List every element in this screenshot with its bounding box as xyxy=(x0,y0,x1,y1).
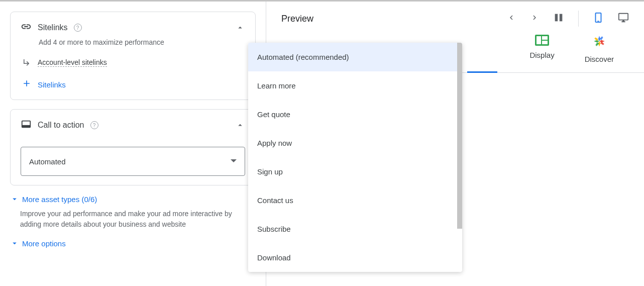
dropdown-option-contact-us[interactable]: Contact us xyxy=(248,186,462,215)
add-sitelinks-button[interactable]: Sitelinks xyxy=(22,78,245,90)
cta-title: Call to action xyxy=(38,121,84,130)
collapse-toggle-sitelinks[interactable] xyxy=(235,23,245,33)
left-settings-pane: Sitelinks ? Add 4 or more to maximize pe… xyxy=(0,2,266,286)
add-sitelinks-label: Sitelinks xyxy=(38,80,66,89)
dropdown-option-subscribe[interactable]: Subscribe xyxy=(248,215,462,243)
dropdown-option-apply-now[interactable]: Apply now xyxy=(248,129,462,157)
next-arrow-button[interactable] xyxy=(530,13,539,24)
dropdown-scrollbar[interactable] xyxy=(457,43,462,229)
previous-arrow-button[interactable] xyxy=(507,13,516,24)
divider xyxy=(578,11,579,27)
dropdown-option-learn-more[interactable]: Learn more xyxy=(248,71,462,100)
sitelinks-subtitle: Add 4 or more to maximize performance xyxy=(39,38,245,46)
subdirectory-icon xyxy=(22,57,32,67)
svg-rect-1 xyxy=(22,125,31,128)
sitelinks-card: Sitelinks ? Add 4 or more to maximize pe… xyxy=(10,12,256,100)
desktop-device-button[interactable] xyxy=(618,11,629,27)
cta-select-value: Automated xyxy=(29,157,66,166)
display-tab-label: Display xyxy=(529,51,554,59)
discover-tab-icon xyxy=(593,35,606,50)
help-icon[interactable]: ? xyxy=(74,24,82,32)
more-asset-types-description: Improve your ad performance and make you… xyxy=(20,209,251,230)
svg-rect-8 xyxy=(542,41,548,44)
call-to-action-icon xyxy=(21,119,32,132)
more-asset-types-label: More asset types (0/6) xyxy=(22,195,97,204)
call-to-action-card: Call to action ? Automated xyxy=(10,109,256,185)
preview-title: Preview xyxy=(281,14,313,24)
discover-tab-label: Discover xyxy=(585,55,614,63)
svg-rect-2 xyxy=(555,14,558,22)
display-tab-icon xyxy=(535,35,549,46)
sitelinks-title: Sitelinks xyxy=(38,23,68,32)
tab-discover[interactable]: Discover xyxy=(570,32,629,72)
cta-dropdown-menu: Automated (recommended) Learn more Get q… xyxy=(248,43,462,272)
mobile-device-button[interactable] xyxy=(593,11,604,27)
plus-icon xyxy=(22,78,32,90)
active-tab-indicator xyxy=(467,71,497,73)
dropdown-option-automated[interactable]: Automated (recommended) xyxy=(248,43,462,71)
dropdown-option-download[interactable]: Download xyxy=(248,243,462,272)
more-asset-types-toggle[interactable]: More asset types (0/6) xyxy=(10,195,256,204)
dropdown-option-get-quote[interactable]: Get quote xyxy=(248,100,462,129)
collapse-toggle-cta[interactable] xyxy=(235,120,245,130)
tab-display[interactable]: Display xyxy=(514,32,569,72)
svg-rect-7 xyxy=(542,36,548,40)
svg-rect-3 xyxy=(560,14,563,22)
svg-rect-6 xyxy=(536,36,541,44)
help-icon[interactable]: ? xyxy=(90,121,98,129)
cta-select-dropdown[interactable]: Automated xyxy=(21,147,245,176)
compare-icon-button[interactable] xyxy=(553,12,564,25)
more-options-toggle[interactable]: More options xyxy=(10,239,256,248)
link-icon xyxy=(21,21,32,34)
svg-rect-4 xyxy=(597,21,599,21)
account-level-sitelinks-link[interactable]: Account-level sitelinks xyxy=(38,58,107,67)
more-options-label: More options xyxy=(22,239,66,248)
dropdown-option-sign-up[interactable]: Sign up xyxy=(248,157,462,186)
dropdown-arrow-icon xyxy=(231,157,237,166)
